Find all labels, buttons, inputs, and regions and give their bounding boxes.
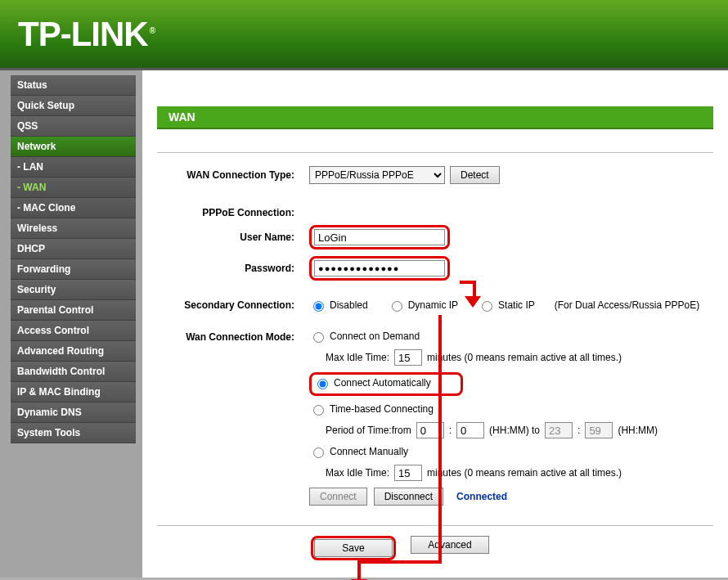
sidebar-item-wireless[interactable]: Wireless: [11, 218, 136, 239]
main-wrap: StatusQuick SetupQSSNetwork- LAN- WAN- M…: [0, 70, 728, 578]
row-secondary: Secondary Connection: Disabled Dynamic I…: [142, 299, 728, 312]
brand-logo: TP-LINK®: [18, 15, 155, 54]
connection-status: Connected: [456, 491, 507, 502]
disconnect-button[interactable]: Disconnect: [374, 488, 443, 506]
radio-disabled[interactable]: Disabled: [309, 299, 368, 312]
row-conn-type: WAN Connection Type: PPPoE/Russia PPPoE …: [142, 166, 728, 184]
sidebar-item-system-tools[interactable]: System Tools: [11, 423, 136, 443]
sidebar-item-qss[interactable]: QSS: [11, 116, 136, 137]
radio-time-based[interactable]: Time-based Connecting: [309, 402, 434, 416]
annotation-arrow: [473, 281, 476, 300]
radio-connect-on-demand[interactable]: Connect on Demand: [309, 330, 420, 343]
connect-button[interactable]: Connect: [309, 488, 367, 506]
sidebar-item-forwarding[interactable]: Forwarding: [11, 259, 136, 280]
period-to-mm[interactable]: [585, 422, 613, 438]
advanced-button[interactable]: Advanced: [411, 536, 489, 554]
label-username: User Name:: [142, 232, 309, 243]
sidebar-item-advanced-routing[interactable]: Advanced Routing: [11, 341, 136, 362]
annotation-arrow: [361, 560, 442, 564]
save-button[interactable]: Save: [314, 539, 393, 557]
label-pppoe: PPPoE Connection:: [142, 207, 309, 218]
period-hhmm-end: (HH:MM): [618, 425, 658, 436]
idle-hint-2: minutes (0 means remain active at all ti…: [427, 467, 622, 479]
max-idle-input-2[interactable]: [394, 465, 422, 481]
annotation-highlight-save: Save: [311, 536, 396, 560]
row-mode: Wan Connection Mode: Connect on Demand M…: [142, 330, 728, 506]
label-secondary: Secondary Connection:: [142, 299, 309, 311]
label-password: Password:: [142, 263, 309, 274]
sidebar-item-mac-clone[interactable]: - MAC Clone: [11, 198, 136, 218]
password-input[interactable]: [314, 260, 445, 277]
label-period: Period of Time:from: [326, 425, 411, 436]
period-to-hh[interactable]: [545, 422, 573, 438]
wan-connection-type-select[interactable]: PPPoE/Russia PPPoE: [309, 166, 445, 184]
sidebar-item-status[interactable]: Status: [11, 75, 136, 96]
sidebar-item-dynamic-dns[interactable]: Dynamic DNS: [11, 402, 136, 423]
label-mode: Wan Connection Mode:: [142, 330, 309, 343]
app-header: TP-LINK®: [0, 0, 728, 70]
sidebar-item-bandwidth-control[interactable]: Bandwidth Control: [11, 362, 136, 382]
label-max-idle-2: Max Idle Time:: [326, 467, 389, 479]
annotation-highlight-password: [309, 256, 450, 281]
sidebar-nav: StatusQuick SetupQSSNetwork- LAN- WAN- M…: [0, 70, 142, 578]
form-area: WAN Connection Type: PPPoE/Russia PPPoE …: [142, 153, 728, 506]
secondary-hint: (For Dual Access/Russia PPPoE): [555, 299, 699, 311]
annotation-arrow: [460, 281, 476, 284]
period-from-hh[interactable]: [416, 422, 444, 438]
annotation-highlight-username: [309, 225, 450, 250]
row-pppoe-header: PPPoE Connection:: [142, 207, 728, 218]
sidebar-item-lan[interactable]: - LAN: [11, 157, 136, 178]
sidebar-item-wan[interactable]: - WAN: [11, 178, 136, 198]
annotation-highlight-auto: Connect Automatically: [309, 372, 463, 396]
radio-dynamic-ip[interactable]: Dynamic IP: [388, 299, 458, 312]
sidebar-item-parental-control[interactable]: Parental Control: [11, 300, 136, 321]
username-input[interactable]: [314, 229, 445, 245]
period-hhmm-to: (HH:MM) to: [489, 425, 540, 436]
radio-connect-manually[interactable]: Connect Manually: [309, 445, 408, 458]
idle-hint-1: minutes (0 means remain active at all ti…: [427, 352, 622, 363]
footer-buttons: Save Advanced: [311, 536, 728, 560]
label-max-idle-1: Max Idle Time:: [326, 352, 389, 363]
sidebar-item-network[interactable]: Network: [11, 137, 136, 157]
row-password: Password:: [142, 256, 728, 281]
radio-static-ip[interactable]: Static IP: [478, 299, 535, 312]
separator: [157, 525, 713, 526]
sidebar-item-access-control[interactable]: Access Control: [11, 321, 136, 341]
radio-connect-automatically[interactable]: Connect Automatically: [313, 376, 431, 389]
content-panel: WAN WAN Connection Type: PPPoE/Russia PP…: [142, 70, 728, 578]
annotation-arrow: [357, 560, 361, 580]
panel-title: WAN: [157, 106, 713, 129]
detect-button[interactable]: Detect: [450, 166, 500, 184]
period-from-mm[interactable]: [456, 422, 484, 438]
sidebar-item-dhcp[interactable]: DHCP: [11, 239, 136, 259]
sidebar-item-security[interactable]: Security: [11, 280, 136, 300]
row-username: User Name:: [142, 225, 728, 250]
sidebar-item-quick-setup[interactable]: Quick Setup: [11, 96, 136, 116]
sidebar-item-ip-mac-binding[interactable]: IP & MAC Binding: [11, 382, 136, 402]
max-idle-input-1[interactable]: [394, 349, 422, 366]
label-conn-type: WAN Connection Type:: [142, 169, 309, 181]
